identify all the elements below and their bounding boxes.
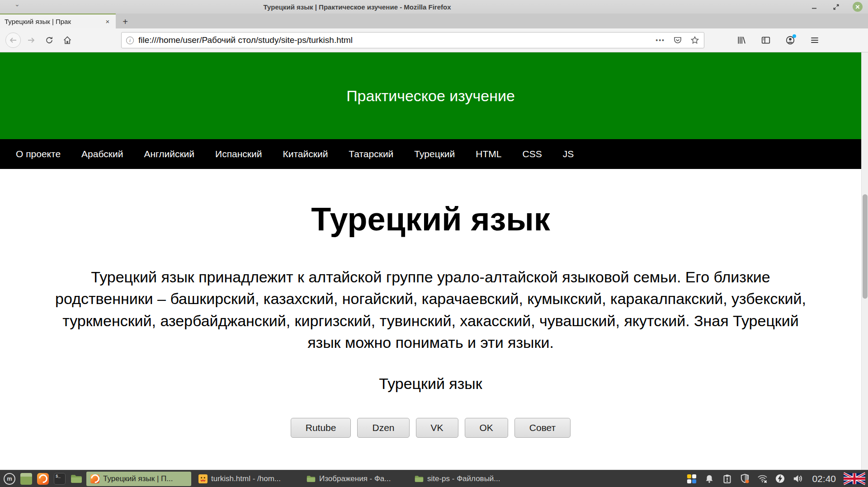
- urlbar-actions: •••: [656, 36, 699, 45]
- page-nav-menu: О проекте Арабский Английский Испанский …: [0, 139, 861, 169]
- window-titlebar: ⌄ Турецкий язык | Практическое изучение …: [0, 0, 868, 14]
- sidebar-icon[interactable]: [759, 33, 773, 47]
- social-buttons-row: Rutube Dzen VK OK Совет: [0, 418, 861, 438]
- folder-icon: [415, 475, 424, 482]
- page-header-banner: Практическое изучение: [0, 52, 861, 139]
- intro-paragraph: Турецкий язык принадлежит к алтайской гр…: [51, 266, 811, 353]
- taskbar-window-images[interactable]: Изображения - Фа...: [302, 472, 407, 486]
- keyboard-layout-flag-icon[interactable]: [844, 471, 865, 486]
- mint-menu-button[interactable]: m: [3, 472, 16, 486]
- dzen-button[interactable]: Dzen: [357, 418, 409, 438]
- reload-button[interactable]: [42, 33, 57, 48]
- menu-hamburger-icon[interactable]: [807, 33, 822, 47]
- account-notification-dot: [793, 34, 796, 38]
- nav-link-english[interactable]: Английский: [144, 149, 194, 159]
- folder-icon: [307, 475, 316, 482]
- taskbar-clock[interactable]: 02:40: [812, 473, 836, 484]
- nav-link-turkish[interactable]: Турецкий: [414, 149, 455, 159]
- shield-security-icon[interactable]: [739, 473, 750, 485]
- notifications-bell-icon[interactable]: [703, 473, 715, 485]
- volume-icon[interactable]: [792, 473, 803, 485]
- tab-close-icon[interactable]: ×: [103, 17, 112, 26]
- web-page: Практическое изучение О проекте Арабский…: [0, 52, 861, 470]
- task-label: turkish.html - /hom...: [211, 474, 281, 483]
- update-clipboard-icon[interactable]: [721, 473, 733, 485]
- forward-button[interactable]: [24, 33, 39, 48]
- folder-icon: [71, 474, 82, 483]
- firefox-icon: [90, 474, 99, 483]
- system-tray: 02:40: [686, 471, 865, 486]
- browser-toolbar: i file:///home/user/Рабочий стол/study/s…: [0, 28, 868, 52]
- sovet-button[interactable]: Совет: [514, 418, 571, 438]
- rutube-button[interactable]: Rutube: [291, 418, 351, 438]
- show-desktop-button[interactable]: [19, 472, 33, 486]
- maximize-button[interactable]: [831, 2, 841, 12]
- account-icon[interactable]: [783, 33, 797, 47]
- library-icon[interactable]: [734, 33, 749, 47]
- desktop-icon: [20, 473, 32, 485]
- task-label: Турецкий язык | П...: [103, 474, 173, 483]
- nav-link-arabic[interactable]: Арабский: [81, 149, 123, 159]
- toolbar-right-icons: [734, 33, 822, 47]
- vk-button[interactable]: VK: [416, 418, 458, 438]
- page-title: Турецкий язык: [0, 201, 861, 237]
- page-scrollbar[interactable]: [861, 52, 868, 470]
- terminal-launcher[interactable]: $_: [53, 472, 66, 486]
- text-editor-icon: [198, 474, 208, 483]
- nav-link-css[interactable]: CSS: [522, 149, 542, 159]
- file-manager-launcher[interactable]: [70, 472, 83, 486]
- nav-link-spanish[interactable]: Испанский: [215, 149, 262, 159]
- minimize-button[interactable]: [809, 2, 819, 12]
- window-title: Турецкий язык | Практическое изучение - …: [0, 3, 868, 11]
- window-controls: ✕: [809, 0, 863, 14]
- desktop-screen: ⌄ Турецкий язык | Практическое изучение …: [0, 0, 868, 487]
- site-title: Практическое изучение: [346, 87, 515, 105]
- taskbar-window-firefox[interactable]: Турецкий язык | П...: [86, 472, 191, 486]
- wifi-disconnected-icon[interactable]: [756, 473, 768, 485]
- browser-viewport: Практическое изучение О проекте Арабский…: [0, 52, 868, 470]
- browser-tab[interactable]: Турецкий язык | Прак ×: [0, 14, 116, 28]
- task-label: site-ps - Файловый...: [427, 474, 500, 483]
- page-actions-icon[interactable]: •••: [656, 37, 665, 44]
- video-section-heading: Турецкий язык: [0, 375, 861, 393]
- power-manager-icon[interactable]: [774, 473, 786, 485]
- back-button[interactable]: [5, 33, 21, 48]
- url-text[interactable]: file:///home/user/Рабочий стол/study/sit…: [138, 35, 651, 45]
- chevron-down-icon[interactable]: ⌄: [14, 1, 20, 7]
- taskbar-window-siteps[interactable]: site-ps - Файловый...: [410, 472, 515, 486]
- nav-link-tatar[interactable]: Татарский: [349, 149, 393, 159]
- terminal-icon: $_: [54, 473, 66, 485]
- home-button[interactable]: [60, 33, 75, 48]
- tab-bar: Турецкий язык | Прак × +: [0, 14, 868, 28]
- nav-link-html[interactable]: HTML: [476, 149, 501, 159]
- nav-link-chinese[interactable]: Китайский: [283, 149, 328, 159]
- firefox-launcher[interactable]: [36, 472, 50, 486]
- pocket-icon[interactable]: [673, 36, 682, 45]
- reports-icon[interactable]: [686, 473, 698, 485]
- bookmark-star-icon[interactable]: [690, 36, 699, 45]
- ok-button[interactable]: OK: [465, 418, 508, 438]
- new-tab-button[interactable]: +: [118, 15, 132, 28]
- mint-logo-icon: m: [4, 473, 15, 485]
- tab-title: Турецкий язык | Прак: [5, 18, 103, 25]
- task-label: Изображения - Фа...: [319, 474, 391, 483]
- firefox-icon: [37, 473, 49, 485]
- scrollbar-thumb[interactable]: [863, 194, 868, 299]
- site-info-icon[interactable]: i: [126, 37, 134, 44]
- nav-link-js[interactable]: JS: [563, 149, 574, 159]
- page-main: Турецкий язык Турецкий язык принадлежит …: [0, 201, 861, 438]
- url-bar[interactable]: i file:///home/user/Рабочий стол/study/s…: [121, 32, 704, 48]
- taskbar: m $_ Турецкий язык | П... turkish.html -…: [0, 470, 868, 487]
- taskbar-window-editor[interactable]: turkish.html - /hom...: [194, 472, 299, 486]
- close-button[interactable]: ✕: [853, 2, 863, 12]
- nav-link-about[interactable]: О проекте: [16, 149, 61, 159]
